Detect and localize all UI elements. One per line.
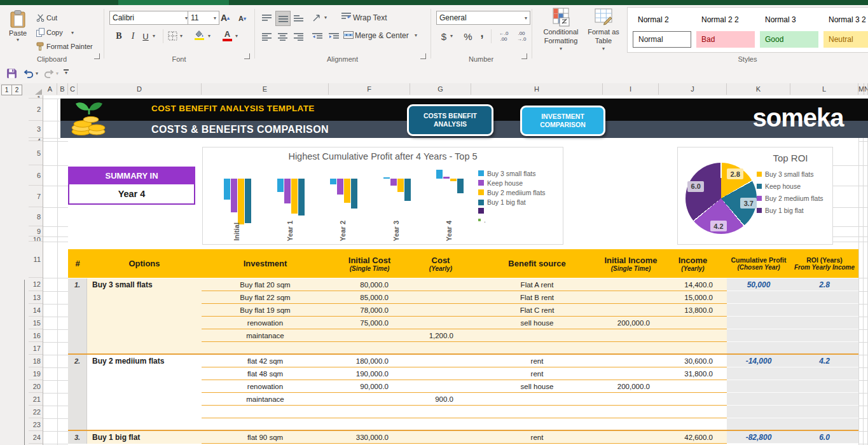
row-header-22[interactable]: 22 — [29, 406, 43, 418]
column-header-L[interactable]: L — [790, 83, 858, 95]
orientation-button[interactable] — [310, 11, 323, 25]
row-header-12[interactable]: 12 — [29, 278, 43, 291]
cell-benefit[interactable] — [471, 406, 603, 418]
decrease-decimal-button[interactable]: .00 →.0 — [514, 29, 529, 43]
cell-options[interactable] — [87, 393, 202, 406]
cell-num[interactable] — [68, 418, 87, 431]
align-right-button[interactable] — [291, 29, 305, 43]
cell-num[interactable] — [68, 380, 87, 393]
conditional-formatting-button[interactable]: Conditional Formatting▾ — [539, 8, 582, 58]
cell-initial_income[interactable]: 200,000.0 — [603, 317, 659, 329]
cell-cost[interactable] — [410, 418, 471, 431]
redo-button[interactable] — [43, 69, 55, 78]
cell-num[interactable] — [68, 291, 87, 304]
cell-initial_cost[interactable] — [329, 418, 410, 431]
percent-button[interactable]: % — [462, 29, 474, 43]
increase-indent-button[interactable] — [327, 29, 341, 43]
cell-cum[interactable] — [727, 304, 790, 317]
underline-button[interactable]: U — [140, 29, 151, 43]
row-header-21[interactable]: 21 — [29, 393, 43, 406]
column-header-C[interactable]: C — [68, 83, 78, 95]
cell-investment[interactable]: renowation — [202, 317, 329, 329]
cell-options[interactable] — [87, 304, 202, 317]
cell-initial_cost[interactable]: 90,000.0 — [329, 380, 410, 393]
cell-initial_cost[interactable] — [329, 406, 410, 418]
cell-initial_cost[interactable]: 180,000.0 — [329, 355, 410, 367]
cell-initial_income[interactable] — [603, 355, 659, 367]
column-header-E[interactable]: E — [202, 83, 329, 95]
alignment-dialog-launcher[interactable] — [420, 53, 426, 59]
row-header-18[interactable]: 18 — [29, 355, 43, 367]
cell-roi[interactable] — [790, 380, 858, 393]
cell-roi[interactable] — [790, 304, 858, 317]
redo-caret-icon[interactable]: ▾ — [56, 71, 59, 76]
row-header-17[interactable]: 17 — [29, 342, 43, 355]
column-header-A[interactable]: A — [43, 83, 57, 95]
sheet-grid[interactable]: COST BENEFIT ANALYSIS TEMPLATE COSTS & B… — [43, 95, 868, 445]
cell-benefit[interactable]: sell house — [471, 317, 603, 329]
cell-options[interactable] — [87, 380, 202, 393]
cell-num[interactable] — [68, 393, 87, 406]
copy-button[interactable]: Copy — [46, 29, 63, 36]
cell-initial_cost[interactable] — [329, 393, 410, 406]
cell-roi[interactable] — [790, 418, 858, 431]
cell-num[interactable] — [68, 406, 87, 418]
cell-cum[interactable] — [727, 291, 790, 304]
cell-cost[interactable] — [410, 380, 471, 393]
increase-decimal-button[interactable]: ←.0 .00 — [496, 29, 511, 43]
cell-cum[interactable] — [727, 329, 790, 342]
cell-options[interactable] — [87, 367, 202, 380]
cell-num[interactable] — [68, 317, 87, 329]
column-header-I[interactable]: I — [603, 83, 659, 95]
row-group-bracket[interactable] — [24, 280, 25, 445]
cell-initial_income[interactable] — [603, 418, 659, 431]
investment-comparison-button[interactable]: INVESTMENT COMPARISON — [520, 106, 605, 136]
font-dialog-launcher[interactable] — [244, 53, 250, 59]
select-all-corner[interactable] — [35, 89, 42, 95]
row-header-19[interactable]: 19 — [29, 367, 43, 380]
font-size-select[interactable]: 11▾ — [188, 11, 219, 25]
row-header-15[interactable]: 15 — [29, 317, 43, 329]
increase-font-button[interactable]: A▴ — [218, 11, 232, 25]
borders-button[interactable] — [168, 31, 177, 41]
cell-cum[interactable] — [727, 367, 790, 380]
cell-benefit[interactable]: Flat B rent — [471, 291, 603, 304]
row-header-24[interactable]: 24 — [29, 431, 43, 444]
cell-num[interactable] — [68, 304, 87, 317]
cell-options[interactable]: Buy 3 small flats — [87, 278, 202, 291]
cell-cum[interactable]: 50,000 — [727, 278, 790, 291]
paste-button[interactable]: Paste ▾ — [4, 9, 32, 56]
cell-roi[interactable] — [790, 367, 858, 380]
cell-cum[interactable] — [727, 393, 790, 406]
column-header-D[interactable]: D — [78, 83, 202, 95]
comma-button[interactable]: , — [478, 26, 486, 40]
cell-num[interactable] — [68, 367, 87, 380]
outline-level-2-button[interactable]: 2 — [11, 85, 22, 95]
style-normal[interactable]: Normal — [633, 31, 691, 48]
cell-roi[interactable] — [790, 329, 858, 342]
cell-benefit[interactable]: Flat A rent — [471, 278, 603, 291]
cell-benefit[interactable]: sell house — [471, 380, 603, 393]
font-family-select[interactable]: Calibri▾ — [109, 11, 191, 25]
cell-cost[interactable] — [410, 278, 471, 291]
qat-customize-button[interactable]: ▾ — [64, 69, 69, 75]
row-header-5[interactable]: 5 — [29, 141, 43, 165]
cell-benefit[interactable]: Flat C rent — [471, 304, 603, 317]
cell-num[interactable]: 1. — [68, 278, 87, 291]
cell-roi[interactable] — [790, 342, 858, 355]
cut-button[interactable]: Cut — [46, 14, 57, 22]
cell-income[interactable] — [659, 393, 727, 406]
cell-income[interactable] — [659, 406, 727, 418]
align-left-button[interactable] — [259, 29, 273, 43]
cell-benefit[interactable]: rent — [471, 355, 603, 367]
cell-income[interactable]: 15,000.0 — [659, 291, 727, 304]
row-header-9[interactable]: 9 — [29, 226, 43, 236]
cell-initial_cost[interactable] — [329, 342, 410, 355]
row-header-14[interactable]: 14 — [29, 304, 43, 317]
number-dialog-launcher[interactable] — [521, 53, 527, 59]
style-normal-2[interactable]: Normal 2 — [633, 11, 691, 28]
cell-initial_cost[interactable]: 80,000.0 — [329, 278, 410, 291]
cell-initial_income[interactable] — [603, 393, 659, 406]
cell-investment[interactable]: flat 48 sqm — [202, 367, 329, 380]
cell-investment[interactable] — [202, 418, 329, 431]
